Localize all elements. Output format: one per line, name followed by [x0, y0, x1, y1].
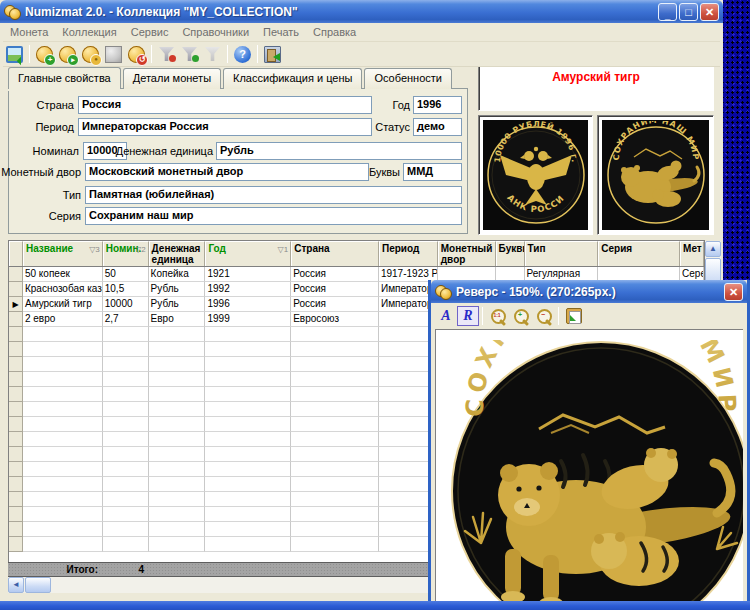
cell: 1999 — [205, 312, 291, 327]
country-field[interactable]: Россия — [78, 96, 372, 114]
app-coins-icon — [4, 4, 21, 19]
filter-apply-button[interactable] — [155, 43, 178, 65]
cell — [149, 342, 206, 357]
delete-coin-button[interactable] — [125, 43, 148, 65]
popup-image-area: СОХРАНИМ НАШ МИР — [435, 329, 743, 606]
cell: 1921 — [205, 267, 291, 282]
currency-field[interactable]: Рубль — [216, 142, 462, 160]
column-header-6[interactable]: Монетный двор — [438, 241, 496, 266]
cell: Россия — [291, 297, 379, 312]
series-field[interactable]: Сохраним наш мир — [85, 207, 462, 225]
cell — [23, 447, 103, 462]
column-header-5[interactable]: Период — [379, 241, 438, 266]
scroll-left-button[interactable]: ◄ — [8, 577, 24, 593]
column-header-4[interactable]: Страна — [291, 241, 379, 266]
filter-edit-button[interactable] — [178, 43, 201, 65]
year-field[interactable]: 1996 — [413, 96, 462, 114]
popup-toolbar: A R — [431, 303, 747, 329]
zoom-in-button[interactable] — [509, 305, 532, 327]
maximize-button[interactable]: □ — [679, 3, 698, 21]
window-title: Numizmat 2.0. - Коллекция "MY_COLLECTION… — [25, 5, 656, 19]
mint-field[interactable]: Московский монетный двор — [85, 163, 369, 181]
cell — [23, 417, 103, 432]
menu-item-2[interactable]: Сервис — [124, 24, 176, 40]
cell — [103, 402, 149, 417]
cell — [103, 417, 149, 432]
popup-titlebar[interactable]: Реверс - 150%. (270:265px.) ✕ — [431, 280, 747, 303]
cell — [291, 402, 379, 417]
cell — [149, 432, 206, 447]
column-header-1[interactable]: Номин.▽2 — [103, 241, 149, 266]
cell — [149, 537, 206, 552]
menu-item-4[interactable]: Печать — [256, 24, 306, 40]
status-field[interactable]: демо — [413, 118, 462, 136]
cell — [23, 342, 103, 357]
cell — [103, 327, 149, 342]
column-header-9[interactable]: Серия — [598, 241, 680, 266]
filter-clear-button[interactable] — [201, 43, 224, 65]
column-header-0[interactable]: Название▽3 — [23, 241, 103, 266]
cell — [205, 507, 291, 522]
column-header-3[interactable]: Год▽1 — [205, 241, 291, 266]
cell — [23, 357, 103, 372]
minimize-button[interactable]: _ — [658, 3, 677, 21]
main-titlebar[interactable]: Numizmat 2.0. - Коллекция "MY_COLLECTION… — [0, 0, 723, 23]
menu-item-0[interactable]: Монета — [3, 24, 55, 40]
letters-field[interactable]: ММД — [403, 163, 462, 181]
obverse-thumbnail[interactable]: 10000 РУБЛЕЙ 1996 г. БАНК РОССИИ — [478, 115, 593, 235]
popup-coins-icon — [435, 284, 452, 299]
cell: Амурский тигр — [23, 297, 103, 312]
currency-label: Денежная единица — [113, 145, 213, 157]
menu-item-3[interactable]: Справочники — [175, 24, 256, 40]
add-coin-button[interactable] — [33, 43, 56, 65]
taskbar-edge[interactable] — [0, 601, 750, 610]
cell — [23, 402, 103, 417]
toolbar-separator — [227, 45, 228, 63]
menu-item-1[interactable]: Коллекция — [55, 24, 123, 40]
cell — [291, 537, 379, 552]
summary-count: 4 — [102, 563, 148, 576]
reverse-button[interactable]: R — [457, 306, 479, 326]
row-indicator — [9, 462, 23, 477]
column-header-2[interactable]: Денежная единица — [149, 241, 206, 266]
popup-close-button[interactable]: ✕ — [724, 283, 743, 301]
nominal-label: Номинал — [0, 145, 79, 157]
row-indicator — [9, 387, 23, 402]
tab-1[interactable]: Детали монеты — [123, 68, 221, 89]
cell: Рубль — [149, 282, 206, 297]
close-button[interactable]: ✕ — [700, 3, 719, 21]
image-panel-button[interactable] — [3, 43, 26, 65]
cell — [291, 492, 379, 507]
cell — [103, 492, 149, 507]
row-indicator — [9, 357, 23, 372]
zoom-out-button[interactable] — [532, 305, 555, 327]
menu-item-5[interactable]: Справка — [306, 24, 363, 40]
menu-bar: МонетаКоллекцияСервисСправочникиПечатьСп… — [3, 23, 720, 42]
copy-coin-button[interactable] — [79, 43, 102, 65]
reverse-thumbnail[interactable]: СОХРАНИМ НАШ МИР — [597, 115, 714, 235]
exit-button[interactable] — [261, 43, 284, 65]
zoom-original-button[interactable] — [486, 305, 509, 327]
cell — [291, 522, 379, 537]
cell — [291, 507, 379, 522]
scroll-up-button[interactable]: ▲ — [705, 241, 721, 257]
type-field[interactable]: Памятная (юбилейная) — [85, 186, 462, 204]
cell: 10,5 — [103, 282, 149, 297]
averse-button[interactable]: A — [435, 306, 457, 326]
horizontal-scroll-thumb[interactable] — [25, 577, 51, 593]
copy-image-button[interactable] — [562, 305, 585, 327]
move-coin-button[interactable] — [102, 43, 125, 65]
cell — [205, 372, 291, 387]
period-field[interactable]: Императорская Россия — [78, 118, 372, 136]
open-coin-button[interactable] — [56, 43, 79, 65]
column-header-8[interactable]: Тип — [525, 241, 599, 266]
cell — [205, 357, 291, 372]
tab-2[interactable]: Классификация и цены — [223, 68, 362, 89]
column-header-10[interactable]: Мет — [680, 241, 704, 266]
tab-3[interactable]: Особенности — [364, 68, 452, 89]
cell — [149, 447, 206, 462]
help-button[interactable] — [231, 43, 254, 65]
reverse-viewer-window: Реверс - 150%. (270:265px.) ✕ A R СОХРАН… — [428, 280, 750, 610]
column-header-7[interactable]: Буквы — [496, 241, 525, 266]
tab-0[interactable]: Главные свойства — [8, 67, 121, 89]
